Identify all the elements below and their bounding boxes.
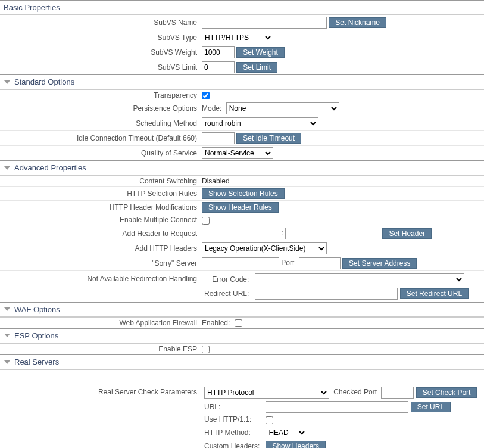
scheduling-method-select[interactable]: round robin: [202, 117, 318, 129]
http-header-mod-label: HTTP Header Modifications: [0, 201, 199, 214]
section-title: Standard Options: [14, 77, 74, 86]
subvs-name-label: SubVS Name: [0, 15, 199, 30]
svg-marker-0: [4, 80, 10, 84]
port-label: Port: [281, 259, 294, 267]
mode-label: Mode:: [202, 104, 221, 113]
section-real-servers[interactable]: Real Servers: [0, 354, 484, 369]
section-title: WAF Options: [14, 305, 60, 314]
checked-port-label: Checked Port: [333, 388, 377, 396]
qos-label: Quality of Service: [0, 146, 199, 161]
basic-properties-table: SubVS Name Set Nickname SubVS Type HTTP/…: [0, 15, 484, 74]
subvs-type-label: SubVS Type: [0, 30, 199, 45]
show-header-rules-button[interactable]: Show Header Rules: [202, 202, 279, 213]
content-switching-label: Content Switching: [0, 176, 199, 187]
svg-marker-2: [4, 307, 10, 311]
http-method-select[interactable]: HEAD: [266, 427, 307, 438]
subvs-weight-label: SubVS Weight: [0, 45, 199, 60]
sorry-server-input[interactable]: [202, 257, 279, 269]
error-code-select[interactable]: [255, 273, 464, 285]
section-title: Advanced Properties: [14, 163, 86, 172]
error-code-label: Error Code:: [202, 272, 252, 287]
sorry-port-input[interactable]: [299, 257, 341, 269]
enable-esp-checkbox[interactable]: [202, 346, 210, 353]
set-check-port-button[interactable]: Set Check Port: [416, 387, 477, 398]
add-http-headers-select[interactable]: Legacy Operation(X-ClientSide): [202, 242, 327, 254]
idle-timeout-input[interactable]: [202, 132, 235, 144]
show-selection-rules-button[interactable]: Show Selection Rules: [202, 188, 285, 199]
url-label: URL:: [202, 400, 263, 414]
check-params-label: Real Server Check Parameters: [0, 384, 199, 448]
section-basic-properties: Basic Properties: [0, 0, 484, 15]
header-separator: :: [281, 229, 283, 237]
persistence-mode-select[interactable]: None: [226, 102, 339, 114]
set-server-address-button[interactable]: Set Server Address: [342, 258, 417, 269]
svg-marker-3: [4, 334, 10, 337]
set-idle-timeout-button[interactable]: Set Idle Timeout: [236, 133, 301, 144]
subvs-limit-input[interactable]: [202, 61, 235, 73]
check-params-select[interactable]: HTTP Protocol: [204, 387, 329, 399]
not-available-redirection-label: Not Available Redirection Handling: [0, 270, 199, 302]
set-nickname-button[interactable]: Set Nickname: [329, 17, 386, 28]
enable-esp-label: Enable ESP: [0, 343, 199, 354]
http-selection-rules-label: HTTP Selection Rules: [0, 187, 199, 201]
sorry-server-label: "Sorry" Server: [0, 256, 199, 270]
http11-checkbox[interactable]: [266, 416, 273, 424]
add-header-key-input[interactable]: [202, 228, 279, 239]
subvs-type-select[interactable]: HTTP/HTTPS: [202, 32, 273, 43]
chevron-down-icon: [4, 359, 11, 366]
chevron-down-icon: [4, 164, 11, 172]
section-title: Basic Properties: [4, 3, 60, 12]
section-waf-options[interactable]: WAF Options: [0, 302, 484, 317]
enable-multiple-connect-label: Enable Multiple Connect: [0, 214, 199, 226]
http11-label: Use HTTP/1.1:: [202, 414, 263, 425]
redirect-url-label: Redirect URL:: [202, 287, 252, 301]
chevron-down-icon: [4, 332, 11, 339]
qos-select[interactable]: Normal-Service: [202, 147, 273, 159]
subvs-name-input[interactable]: [202, 17, 327, 29]
set-limit-button[interactable]: Set Limit: [236, 62, 277, 73]
waf-enabled-checkbox[interactable]: [235, 319, 242, 327]
redirect-url-input[interactable]: [255, 288, 398, 300]
enable-multiple-connect-checkbox[interactable]: [202, 217, 210, 225]
esp-options-table: Enable ESP: [0, 343, 484, 354]
waf-label: Web Application Firewall: [0, 317, 199, 328]
real-servers-table: Real Server Check Parameters HTTP Protoc…: [0, 369, 484, 448]
subvs-weight-input[interactable]: [202, 46, 235, 58]
section-standard-options[interactable]: Standard Options: [0, 74, 484, 89]
set-redirect-url-button[interactable]: Set Redirect URL: [400, 288, 469, 299]
set-url-button[interactable]: Set URL: [411, 402, 451, 412]
transparency-checkbox[interactable]: [202, 92, 210, 99]
http-method-label: HTTP Method:: [202, 425, 263, 440]
set-weight-button[interactable]: Set Weight: [236, 47, 284, 58]
section-title: ESP Options: [14, 331, 58, 340]
chevron-down-icon: [4, 79, 11, 86]
add-header-value-input[interactable]: [285, 228, 380, 239]
section-esp-options[interactable]: ESP Options: [0, 328, 484, 343]
advanced-properties-table: Content Switching Disabled HTTP Selectio…: [0, 175, 484, 301]
add-http-headers-label: Add HTTP Headers: [0, 241, 199, 256]
custom-headers-label: Custom Headers:: [202, 440, 263, 448]
standard-options-table: Transparency Persistence Options Mode: N…: [0, 89, 484, 160]
subvs-limit-label: SubVS Limit: [0, 60, 199, 75]
url-input[interactable]: [266, 401, 408, 413]
section-title: Real Servers: [14, 357, 59, 366]
checked-port-input[interactable]: [381, 387, 414, 399]
persistence-options-label: Persistence Options: [0, 101, 199, 116]
transparency-label: Transparency: [0, 90, 199, 101]
add-header-label: Add Header to Request: [0, 226, 199, 241]
svg-marker-1: [4, 166, 10, 170]
waf-enabled-label: Enabled:: [202, 319, 230, 327]
svg-marker-4: [4, 360, 10, 364]
chevron-down-icon: [4, 306, 11, 313]
waf-options-table: Web Application Firewall Enabled:: [0, 317, 484, 328]
set-header-button[interactable]: Set Header: [382, 228, 432, 239]
scheduling-method-label: Scheduling Method: [0, 116, 199, 131]
content-switching-value: Disabled: [199, 176, 484, 187]
section-advanced-properties[interactable]: Advanced Properties: [0, 160, 484, 175]
idle-timeout-label: Idle Connection Timeout (Default 660): [0, 131, 199, 146]
show-headers-button[interactable]: Show Headers: [266, 441, 326, 448]
